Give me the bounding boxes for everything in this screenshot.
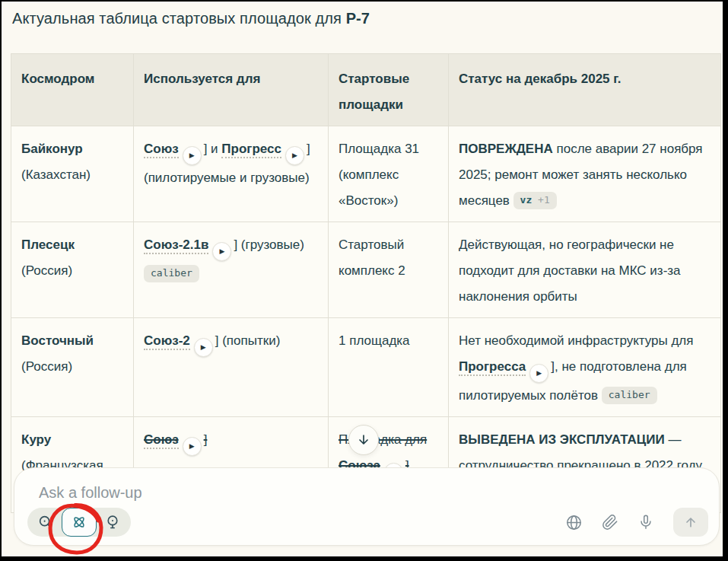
submit-button[interactable] (673, 508, 708, 537)
model-knot-button[interactable] (62, 508, 97, 537)
cosmodrome-name: Плесецк (21, 232, 123, 258)
source-badge[interactable]: vz +1 (513, 192, 557, 209)
cell-text: 1 площадка (339, 333, 410, 348)
cell-text: Действующая, но географически не подходи… (459, 237, 681, 304)
cosmodrome-location: (Россия) (21, 354, 123, 380)
cosmodrome-location: (Казахстан) (21, 162, 123, 188)
rocket-link[interactable]: Прогресса (459, 359, 526, 376)
rocket-link-group: Прогресс▶] (221, 142, 310, 156)
cell-status: Действующая, но географически не подходи… (449, 222, 721, 318)
cell-used-for: Союз-2▶] (попытки) (134, 318, 329, 417)
cell-used-for: Союз-2.1в▶] (грузовые)caliber (134, 222, 329, 318)
insight-mode-button[interactable] (99, 508, 126, 536)
cosmodrome-name: Восточный (21, 328, 123, 354)
rocket-link[interactable]: Союз-2.1в (144, 237, 208, 254)
cell-status: Нет необходимой инфраструктуры для Прогр… (449, 318, 721, 417)
play-button-icon[interactable]: ▶ (183, 437, 202, 456)
table-row: Восточный(Россия)Союз-2▶] (попытки)1 пло… (11, 318, 721, 417)
rocket-link-group: Союз-2.1в▶] (144, 237, 237, 252)
play-button-icon[interactable]: ▶ (529, 364, 548, 383)
cell-used-for: Союз▶] и Прогресс▶] (пилотируемые и груз… (134, 126, 329, 222)
rocket-link-group: Прогресса▶] (459, 359, 555, 374)
attach-button[interactable] (602, 514, 618, 531)
globe-icon (565, 514, 583, 531)
bracket-text: ] (204, 432, 208, 447)
paperclip-icon (602, 514, 618, 531)
knot-icon (71, 514, 87, 531)
rocket-link-group: Союз▶] (144, 142, 207, 156)
page-title-bold: Р-7 (346, 10, 370, 27)
status-emphasis: ВЫВЕДЕНА ИЗ ЭКСПЛУАТАЦИИ (459, 432, 665, 447)
cosmodrome-location: (Россия) (21, 258, 123, 284)
rocket-link[interactable]: Союз-2 (144, 333, 190, 350)
cell-cosmodrome: Байконур(Казахстан) (11, 126, 134, 222)
cosmodrome-name: Байконур (21, 136, 123, 162)
cell-cosmodrome: Восточный(Россия) (11, 318, 134, 417)
status-emphasis: ПОВРЕЖДЕНА (459, 142, 553, 156)
rocket-link-group: Союз-2▶] (144, 333, 218, 348)
web-button[interactable] (565, 514, 583, 531)
cell-text: (попытки) (218, 333, 280, 348)
cell-launch-pads: 1 площадка (329, 318, 449, 417)
page-title: Актуальная таблица стартовых площадок дл… (12, 10, 370, 27)
scroll-to-bottom-button[interactable] (348, 425, 379, 455)
voice-button[interactable] (637, 514, 654, 531)
cell-text: (грузовые) (237, 237, 304, 252)
microphone-icon (637, 514, 654, 531)
cell-text: Площадка 31 (комплекс «Восток») (339, 142, 419, 208)
app-window: Актуальная таблица стартовых площадок дл… (2, 2, 723, 556)
source-badge[interactable]: caliber (602, 387, 657, 404)
cell-status: ПОВРЕЖДЕНА после аварии 27 ноября 2025; … (449, 126, 721, 222)
cosmodrome-name: Куру (21, 427, 123, 453)
mode-toolbar (27, 508, 131, 537)
play-button-icon[interactable]: ▶ (183, 146, 202, 165)
lightbulb-icon (104, 514, 121, 531)
rocket-link-group: Союз▶] (144, 432, 207, 447)
bracket-text: ] (307, 142, 310, 156)
play-button-icon[interactable]: ▶ (194, 338, 213, 357)
followup-input[interactable]: Ask a follow-up (39, 484, 142, 502)
column-header: Стартовые площадки (329, 54, 449, 126)
play-button-icon[interactable]: ▶ (212, 242, 231, 261)
arrow-up-icon (683, 515, 698, 530)
rocket-link[interactable]: Союз (144, 432, 179, 449)
cell-text: Стартовый комплекс 2 (339, 237, 405, 278)
search-mode-button[interactable] (32, 508, 59, 536)
cell-cosmodrome: Плесецк(Россия) (11, 222, 134, 318)
column-header: Статус на декабрь 2025 г. (449, 54, 721, 126)
table-row: Байконур(Казахстан)Союз▶] и Прогресс▶] (… (11, 126, 721, 222)
rocket-link[interactable]: Союз (144, 142, 179, 158)
table-row: Плесецк(Россия)Союз-2.1в▶] (грузовые)cal… (11, 222, 721, 318)
followup-composer: Ask a follow-up (14, 467, 720, 546)
table-header-row: КосмодромИспользуется дляСтартовые площа… (11, 54, 721, 126)
source-badge[interactable]: caliber (144, 265, 199, 282)
cell-text: и (207, 142, 221, 156)
arrow-down-icon (356, 432, 371, 448)
column-header: Космодром (11, 54, 134, 126)
cell-launch-pads: Стартовый комплекс 2 (329, 222, 449, 318)
play-button-icon[interactable]: ▶ (285, 146, 304, 165)
rocket-link[interactable]: Прогресс (221, 142, 281, 158)
cell-text: Нет необходимой инфраструктуры для (459, 333, 694, 348)
cell-launch-pads: Площадка 31 (комплекс «Восток») (329, 126, 449, 222)
cell-text: (пилотируемые и грузовые) (144, 171, 310, 185)
page-title-text: Актуальная таблица стартовых площадок дл… (12, 10, 346, 27)
column-header: Используется для (134, 54, 329, 126)
magnifier-icon (37, 514, 54, 531)
action-toolbar (565, 508, 708, 537)
